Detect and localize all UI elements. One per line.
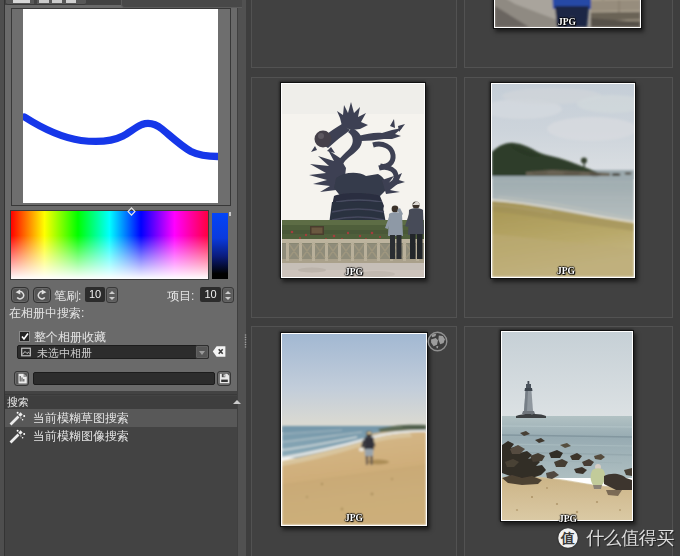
- svg-text:值: 值: [560, 530, 575, 546]
